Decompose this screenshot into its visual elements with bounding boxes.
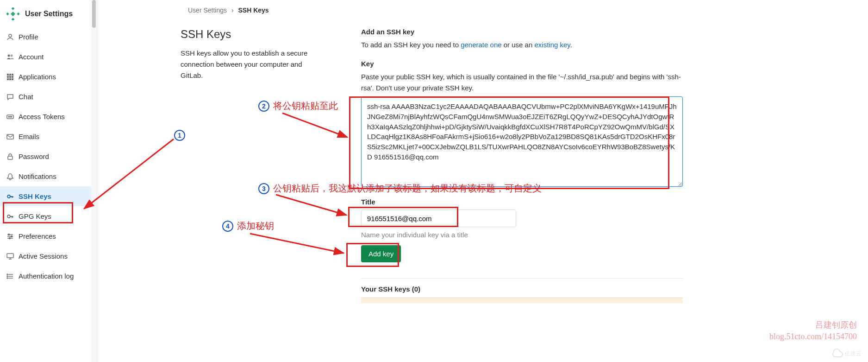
svg-rect-3 [17, 13, 19, 16]
svg-rect-11 [7, 76, 9, 78]
title-input[interactable] [361, 210, 516, 227]
svg-rect-9 [9, 74, 11, 76]
profile-icon [6, 33, 14, 41]
add-key-heading: Add an SSH key [361, 28, 683, 36]
sliders-icon [6, 233, 14, 240]
sidebar-item-profile[interactable]: Profile [0, 27, 97, 47]
separator [361, 278, 683, 279]
svg-point-26 [11, 235, 12, 237]
svg-rect-28 [7, 254, 13, 258]
sidebar-item-active-sessions[interactable]: Active Sessions [0, 246, 97, 266]
scrollbar-thumb[interactable] [92, 0, 96, 28]
sidebar: User Settings Profile Account Applicatio… [0, 0, 97, 362]
svg-point-23 [7, 195, 10, 198]
sidebar-item-label: Notifications [19, 172, 56, 180]
bell-icon [6, 173, 14, 180]
key-help: Paste your public SSH key, which is usua… [361, 71, 683, 94]
svg-rect-12 [9, 76, 11, 78]
sidebar-item-ssh-keys[interactable]: SSH Keys [0, 186, 97, 206]
svg-rect-13 [12, 76, 13, 78]
monitor-icon [6, 253, 14, 260]
svg-point-20 [11, 116, 12, 117]
content: User Settings › SSH Keys SSH Keys SSH ke… [97, 0, 868, 362]
breadcrumb: User Settings › SSH Keys [181, 6, 846, 28]
svg-point-30 [7, 276, 8, 277]
applications-icon [6, 73, 14, 81]
breadcrumb-current: SSH Keys [238, 6, 269, 14]
sidebar-item-password[interactable]: Password [0, 146, 97, 166]
svg-point-19 [10, 116, 11, 117]
page-title: SSH Keys [181, 28, 324, 41]
svg-rect-10 [12, 74, 13, 76]
account-icon [6, 53, 14, 61]
svg-rect-16 [12, 78, 13, 80]
svg-rect-0 [12, 7, 15, 10]
svg-point-27 [9, 237, 11, 239]
breadcrumb-root[interactable]: User Settings [188, 6, 227, 14]
sidebar-item-label: Access Tokens [19, 113, 65, 121]
app-logo [6, 7, 19, 20]
breadcrumb-sep: › [229, 6, 237, 14]
sidebar-item-gpg-keys[interactable]: GPG Keys [0, 206, 97, 226]
sidebar-item-preferences[interactable]: Preferences [0, 226, 97, 246]
sidebar-item-notifications[interactable]: Notifications [0, 166, 97, 186]
sidebar-item-label: Chat [19, 93, 33, 101]
sidebar-item-authentication-log[interactable]: Authentication log [0, 266, 97, 286]
svg-rect-1 [12, 18, 15, 20]
svg-point-18 [8, 116, 9, 117]
svg-rect-8 [7, 74, 9, 76]
add-key-intro: To add an SSH key you need to generate o… [361, 39, 683, 51]
svg-rect-4 [11, 12, 15, 16]
svg-rect-21 [7, 134, 13, 139]
sidebar-item-access-tokens[interactable]: Access Tokens [0, 107, 97, 127]
sidebar-item-label: Preferences [19, 232, 56, 240]
svg-point-29 [7, 274, 8, 275]
svg-point-5 [9, 34, 12, 37]
token-icon [6, 113, 14, 121]
sidebar-item-chat[interactable]: Chat [0, 87, 97, 107]
mail-icon [6, 133, 14, 140]
sidebar-item-label: Password [19, 152, 49, 160]
generate-one-link[interactable]: generate one [461, 41, 501, 49]
svg-point-31 [7, 278, 8, 279]
sidebar-title: User Settings [25, 10, 73, 18]
existing-key-link[interactable]: existing key [534, 41, 570, 49]
sidebar-header: User Settings [0, 5, 97, 27]
sidebar-item-label: Account [19, 53, 44, 61]
key-icon [6, 193, 14, 200]
svg-point-25 [8, 234, 10, 235]
watermark-text: 吕建钊原创 blog.51cto.com/14154700 [769, 319, 857, 343]
sidebar-item-emails[interactable]: Emails [0, 127, 97, 146]
watermark-logo: 亿速云 [831, 346, 863, 362]
sidebar-item-label: Authentication log [19, 272, 74, 280]
svg-rect-2 [6, 13, 9, 16]
title-hint: Name your individual key via a title [361, 231, 683, 239]
sidebar-item-account[interactable]: Account [0, 47, 97, 67]
svg-point-7 [11, 54, 13, 57]
svg-rect-15 [9, 78, 11, 80]
ssh-key-list-heading: Your SSH keys (0) [361, 285, 683, 293]
sidebar-item-label: Active Sessions [19, 252, 68, 260]
svg-text:亿速云: 亿速云 [844, 350, 862, 357]
svg-point-6 [8, 54, 10, 57]
sidebar-item-label: Emails [19, 133, 39, 140]
sidebar-item-label: Profile [19, 33, 38, 41]
title-label: Title [361, 198, 683, 206]
key-label: Key [361, 60, 683, 68]
page-description: SSH keys allow you to establish a secure… [181, 48, 324, 81]
key-icon [6, 213, 14, 220]
add-key-button[interactable]: Add key [361, 245, 401, 262]
svg-rect-22 [8, 156, 12, 159]
empty-key-banner [361, 298, 683, 303]
lock-icon [6, 153, 14, 160]
svg-rect-14 [7, 78, 9, 80]
svg-point-24 [7, 215, 10, 218]
sidebar-item-applications[interactable]: Applications [0, 67, 97, 87]
ssh-key-textarea[interactable] [361, 96, 683, 187]
list-icon [6, 273, 14, 280]
sidebar-item-label: GPG Keys [19, 212, 51, 220]
sidebar-item-label: Applications [19, 73, 56, 81]
sidebar-item-label: SSH Keys [19, 192, 51, 200]
chat-icon [6, 93, 14, 101]
sidebar-scrollbar[interactable] [91, 0, 97, 362]
